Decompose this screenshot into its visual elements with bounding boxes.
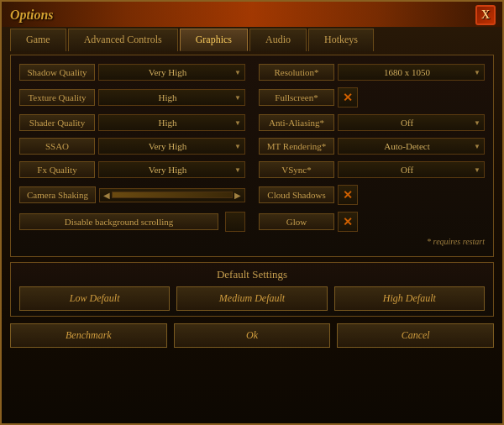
default-settings-title: Default Settings [19,268,485,281]
settings-grid: Shadow Quality Very High ▼ Resolution* 1… [19,64,485,233]
shader-quality-label: Shader Quality [19,114,95,131]
medium-default-button[interactable]: Medium Default [176,286,327,311]
vsync-row: VSync* Off ▼ [259,161,485,178]
restart-note: * requires restart [19,237,485,246]
default-settings-section: Default Settings Low Default Medium Defa… [10,262,494,317]
mt-rendering-label: MT Rendering* [259,138,334,155]
texture-quality-row: Texture Quality High ▼ [19,87,245,108]
cloud-shadows-label: Cloud Shadows [259,186,334,203]
shadow-quality-value: Very High [102,67,233,77]
window-title: Options [10,8,54,23]
resolution-value: 1680 x 1050 [342,67,472,77]
mt-rendering-value: Auto-Detect [342,141,472,151]
bottom-buttons-row: Benchmark Ok Cancel [2,320,502,351]
cancel-button[interactable]: Cancel [337,323,494,348]
glow-checkbox[interactable]: ✕ [338,212,358,232]
vsync-label: VSync* [259,161,334,178]
tab-audio[interactable]: Audio [249,29,307,51]
title-bar: Options X [2,2,502,29]
mt-rendering-select[interactable]: Auto-Detect ▼ [338,138,485,155]
high-default-button[interactable]: High Default [334,286,485,311]
fullscreen-row: Fullscreen* ✕ [259,87,485,108]
fullscreen-label: Fullscreen* [259,89,334,106]
tab-hotkeys[interactable]: Hotkeys [308,29,374,51]
shader-quality-select[interactable]: High ▼ [98,114,245,131]
fx-quality-arrow: ▼ [234,166,241,174]
close-button[interactable]: X [475,5,496,25]
tab-bar: Game Advanced Controls Graphics Audio Ho… [2,29,502,51]
anti-aliasing-row: Anti-Aliasing* Off ▼ [259,114,485,131]
resolution-select[interactable]: 1680 x 1050 ▼ [338,64,485,81]
anti-aliasing-value: Off [342,118,472,128]
anti-aliasing-label: Anti-Aliasing* [259,114,334,131]
mt-rendering-arrow: ▼ [474,143,480,150]
shader-quality-arrow: ▼ [234,119,241,127]
ssao-value: Very High [102,141,233,151]
slider-track[interactable] [112,192,233,198]
ssao-label: SSAO [19,138,95,155]
mt-rendering-row: MT Rendering* Auto-Detect ▼ [259,138,485,155]
glow-row: Glow ✕ [259,212,485,232]
ok-button[interactable]: Ok [174,323,331,348]
fx-quality-value: Very High [102,165,233,175]
texture-quality-select[interactable]: High ▼ [98,89,245,106]
resolution-row: Resolution* 1680 x 1050 ▼ [259,64,485,81]
camera-shaking-slider[interactable]: ◀ ▶ [99,188,245,202]
shadow-quality-arrow: ▼ [234,69,241,76]
fx-quality-select[interactable]: Very High ▼ [98,161,245,178]
camera-shaking-label: Camera Shaking [19,186,96,203]
disable-bg-checkbox[interactable] [225,212,245,232]
fx-quality-row: Fx Quality Very High ▼ [19,161,245,178]
benchmark-button[interactable]: Benchmark [10,323,167,348]
fullscreen-checkbox[interactable]: ✕ [338,87,358,108]
disable-bg-row: Disable background scrolling [19,212,245,232]
shadow-quality-select[interactable]: Very High ▼ [98,64,245,81]
fx-quality-label: Fx Quality [19,161,95,178]
content-area: Shadow Quality Very High ▼ Resolution* 1… [10,55,494,257]
texture-quality-arrow: ▼ [234,94,241,102]
ssao-arrow: ▼ [234,143,241,150]
glow-label: Glow [259,213,334,230]
tab-graphics[interactable]: Graphics [180,29,248,51]
disable-bg-label: Disable background scrolling [19,213,218,230]
vsync-select[interactable]: Off ▼ [338,161,485,178]
cloud-shadows-checkbox[interactable]: ✕ [338,185,358,205]
default-buttons-row: Low Default Medium Default High Default [19,286,485,311]
tab-game[interactable]: Game [10,29,66,51]
shader-quality-row: Shader Quality High ▼ [19,114,245,131]
ssao-select[interactable]: Very High ▼ [98,138,245,155]
shadow-quality-row: Shadow Quality Very High ▼ [19,64,245,81]
slider-left-arrow[interactable]: ◀ [103,191,110,200]
slider-right-arrow[interactable]: ▶ [234,191,241,200]
shadow-quality-label: Shadow Quality [19,64,95,81]
low-default-button[interactable]: Low Default [19,286,170,311]
ssao-row: SSAO Very High ▼ [19,138,245,155]
options-window: Options X Game Advanced Controls Graphic… [0,0,504,425]
shader-quality-value: High [102,118,233,128]
texture-quality-value: High [102,92,233,102]
anti-aliasing-select[interactable]: Off ▼ [338,114,485,131]
texture-quality-label: Texture Quality [19,89,95,106]
anti-aliasing-arrow: ▼ [474,119,480,127]
resolution-label: Resolution* [259,64,334,81]
resolution-arrow: ▼ [474,69,480,76]
vsync-value: Off [342,165,472,175]
camera-shaking-row: Camera Shaking ◀ ▶ [19,185,245,205]
cloud-shadows-row: Cloud Shadows ✕ [259,185,485,205]
vsync-arrow: ▼ [474,166,480,174]
tab-advanced-controls[interactable]: Advanced Controls [68,29,178,51]
